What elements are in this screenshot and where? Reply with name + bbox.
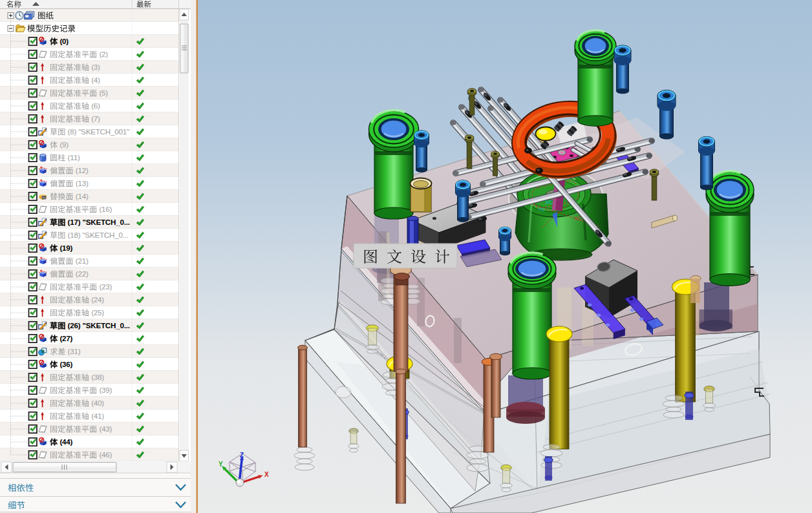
svg-text:Y: Y	[219, 461, 223, 468]
svg-text:(39): (39)	[99, 386, 112, 394]
svg-text:(43): (43)	[99, 424, 112, 433]
svg-text:(38): (38)	[91, 373, 104, 381]
svg-text:(19): (19)	[59, 244, 72, 252]
svg-text:(31): (31)	[68, 347, 81, 355]
svg-text:(11): (11)	[68, 153, 80, 162]
svg-text:Z: Z	[240, 452, 244, 459]
svg-text:(2): (2)	[99, 50, 108, 58]
svg-text:(13): (13)	[76, 179, 89, 187]
svg-text:(18) "SKETCH_0...: (18) "SKETCH_0...	[68, 231, 129, 239]
svg-text:(5): (5)	[99, 89, 108, 97]
svg-text:(4): (4)	[91, 76, 100, 84]
svg-text:YC: YC	[538, 207, 545, 213]
svg-text:(3): (3)	[91, 63, 100, 71]
svg-text:(8) "SKETCH_001": (8) "SKETCH_001"	[68, 127, 129, 136]
svg-text:(23): (23)	[99, 282, 112, 291]
svg-text:(22): (22)	[76, 269, 89, 278]
svg-text:(12): (12)	[76, 166, 89, 174]
svg-text:(21): (21)	[76, 256, 89, 265]
svg-text:(14): (14)	[76, 192, 89, 200]
svg-text:(24): (24)	[91, 295, 104, 304]
svg-text:(17) "SKETCH_0...: (17) "SKETCH_0...	[68, 218, 130, 226]
svg-text:(0): (0)	[59, 37, 69, 45]
svg-text:(16): (16)	[99, 205, 112, 213]
svg-text:(46): (46)	[99, 450, 112, 459]
svg-text:(25): (25)	[91, 308, 104, 317]
svg-text:X: X	[264, 471, 269, 478]
svg-text:(26) "SKETCH_0...: (26) "SKETCH_0...	[68, 321, 130, 330]
svg-text:(40): (40)	[91, 399, 104, 407]
svg-text:(36): (36)	[59, 360, 72, 368]
svg-text:(44): (44)	[59, 437, 72, 446]
svg-text:(9): (9)	[59, 140, 69, 149]
svg-text:(27): (27)	[59, 334, 72, 342]
svg-text:(41): (41)	[91, 412, 104, 420]
svg-text:(7): (7)	[91, 114, 100, 123]
svg-text:(6): (6)	[91, 101, 100, 110]
